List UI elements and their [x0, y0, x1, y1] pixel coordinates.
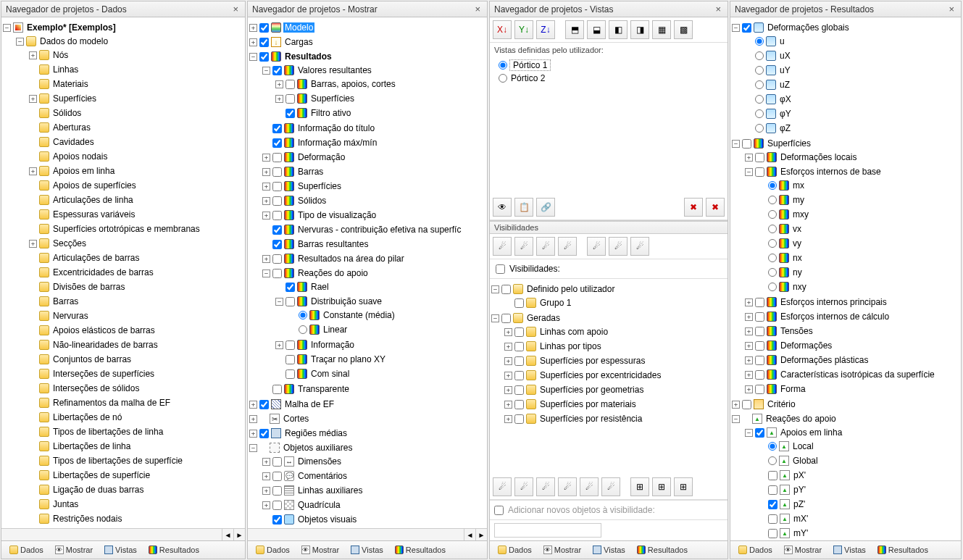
resultados-item[interactable]: −Resultados — [249, 50, 485, 63]
vis-btn-3[interactable]: ☄ — [536, 237, 555, 256]
tab-vistas[interactable]: Vistas — [99, 543, 142, 556]
tab-mostrar[interactable]: Mostrar — [296, 543, 344, 556]
dados-item[interactable]: Barras — [29, 295, 243, 308]
dados-item[interactable]: Materiais — [29, 78, 243, 91]
vis-bottom-9[interactable]: ⊞ — [674, 477, 693, 496]
dados-item[interactable]: Não-linearidades de barras — [29, 338, 243, 351]
dados-modelo-item[interactable]: −Dados do modelo — [16, 35, 243, 48]
add-visibility-input[interactable] — [494, 523, 601, 538]
close-icon[interactable]: × — [230, 4, 241, 14]
vis-btn-4[interactable]: ☄ — [558, 237, 577, 256]
geradas-subitem[interactable]: +Superfícies por excentricidades — [504, 369, 726, 382]
geradas-subitem[interactable]: +Linhas por tipos — [504, 340, 726, 353]
dados-item[interactable]: Libertações de superfície — [29, 469, 243, 482]
tab-dados[interactable]: Dados — [733, 543, 778, 556]
dados-item[interactable]: Libertações de nó — [29, 411, 243, 424]
tab-vistas[interactable]: Vistas — [588, 543, 630, 556]
vis-bottom-5[interactable]: ☄ — [580, 477, 599, 496]
close-icon[interactable]: × — [472, 4, 483, 14]
vis-btn-5[interactable]: ☄ — [587, 237, 606, 256]
vis-bottom-6[interactable]: ☄ — [601, 477, 620, 496]
tab-resultados[interactable]: Resultados — [143, 543, 204, 556]
geradas-subitem[interactable]: +Superfícies por materiais — [504, 398, 726, 411]
def-user-item[interactable]: −Definido pelo utilizador — [491, 283, 726, 296]
vis-bottom-4[interactable]: ☄ — [558, 477, 577, 496]
dados-item[interactable]: Ligação de duas barras — [29, 483, 243, 496]
view-btn-1[interactable]: ⬒ — [565, 20, 584, 39]
delete-all-button[interactable]: ✖ — [706, 198, 725, 217]
grupo1-item[interactable]: Grupo 1 — [504, 296, 726, 309]
dados-item[interactable]: Linhas — [29, 63, 243, 76]
dados-item[interactable]: Refinamentos da malha de EF — [29, 396, 243, 409]
vis-bottom-3[interactable]: ☄ — [536, 477, 555, 496]
dados-item[interactable]: +Superfícies — [29, 92, 243, 105]
close-icon[interactable]: × — [946, 4, 956, 14]
geradas-subitem[interactable]: +Superfícies por geometrias — [504, 383, 726, 396]
tab-resultados[interactable]: Resultados — [872, 543, 933, 556]
dados-item[interactable]: Roldanas — [29, 527, 243, 528]
vis-bottom-8[interactable]: ⊞ — [652, 477, 671, 496]
modelo-item[interactable]: +Modelo — [249, 21, 485, 34]
vis-btn-2[interactable]: ☄ — [514, 237, 533, 256]
tab-resultados[interactable]: Resultados — [390, 543, 451, 556]
valores-item[interactable]: −Valores resultantes — [262, 64, 485, 77]
vis-tool-2[interactable]: 📋 — [514, 198, 533, 217]
dados-item[interactable]: Nervuras — [29, 309, 243, 322]
vis-btn-6[interactable]: ☄ — [609, 237, 628, 256]
tab-mostrar[interactable]: Mostrar — [538, 543, 586, 556]
dados-item[interactable]: Articulações de linha — [29, 193, 243, 206]
view-btn-6[interactable]: ▩ — [674, 20, 693, 39]
add-visibility-checkbox[interactable] — [494, 506, 504, 515]
vis-bottom-1[interactable]: ☄ — [493, 477, 512, 496]
portico2-item[interactable]: Pórtico 2 — [499, 72, 719, 85]
axis-z-button[interactable]: Z↓ — [536, 20, 555, 39]
dados-item[interactable]: Apoios nodais — [29, 150, 243, 163]
view-btn-4[interactable]: ◨ — [630, 20, 649, 39]
delete-button[interactable]: ✖ — [684, 198, 703, 217]
tab-vistas[interactable]: Vistas — [346, 543, 388, 556]
geradas-subitem[interactable]: +Superfícies por espessuras — [504, 354, 726, 367]
geradas-subitem[interactable]: +Superfícies por resistência — [504, 412, 726, 425]
dados-item[interactable]: Articulações de barras — [29, 251, 243, 264]
visibilidades-checkbox[interactable] — [496, 264, 505, 274]
dados-item[interactable]: Aberturas — [29, 121, 243, 134]
dados-item[interactable]: Restrições nodais — [29, 512, 243, 525]
dados-item[interactable]: Apoios de superfícies — [29, 179, 243, 192]
vis-btn-1[interactable]: ☄ — [493, 237, 512, 256]
dados-item[interactable]: Juntas — [29, 498, 243, 511]
axis-x-button[interactable]: X↓ — [493, 20, 512, 39]
vis-btn-7[interactable]: ☄ — [630, 237, 649, 256]
root-item[interactable]: −Exemplo* [Exemplos] — [3, 21, 243, 34]
dados-item[interactable]: Conjuntos de barras — [29, 353, 243, 366]
vis-bottom-2[interactable]: ☄ — [514, 477, 533, 496]
tab-resultados[interactable]: Resultados — [632, 543, 693, 556]
geradas-item[interactable]: −Geradas — [491, 312, 726, 325]
dados-item[interactable]: +Secções — [29, 237, 243, 250]
tab-mostrar[interactable]: Mostrar — [50, 543, 98, 556]
dados-item[interactable]: Interseções de sólidos — [29, 382, 243, 395]
geradas-subitem[interactable]: +Linhas com apoio — [504, 325, 726, 338]
dados-item[interactable]: Excentricidades de barras — [29, 266, 243, 279]
dados-item[interactable]: +Apoios em linha — [29, 164, 243, 177]
dados-item[interactable]: Sólidos — [29, 106, 243, 120]
dados-item[interactable]: Tipos de libertações de superfície — [29, 454, 243, 467]
cargas-item[interactable]: +Cargas — [249, 35, 485, 49]
axis-y-button[interactable]: Y↓ — [514, 20, 533, 39]
dados-item[interactable]: +Nós — [29, 49, 243, 62]
vis-tool-3[interactable]: 🔗 — [536, 198, 555, 217]
view-btn-2[interactable]: ⬓ — [587, 20, 606, 39]
portico1-item[interactable]: Pórtico 1 — [499, 59, 719, 72]
dados-item[interactable]: Cavidades — [29, 135, 243, 149]
dados-item[interactable]: Divisões de barras — [29, 280, 243, 293]
dados-item[interactable]: Libertações de linha — [29, 440, 243, 453]
view-btn-3[interactable]: ◧ — [609, 20, 628, 39]
dados-item[interactable]: Espessuras variáveis — [29, 208, 243, 221]
dados-item[interactable]: Tipos de libertações de linha — [29, 425, 243, 438]
vis-tool-1[interactable]: 👁 — [493, 198, 512, 217]
tab-dados[interactable]: Dados — [493, 543, 537, 556]
tab-vistas[interactable]: Vistas — [828, 543, 871, 556]
tab-dados[interactable]: Dados — [251, 543, 295, 556]
close-icon[interactable]: × — [713, 4, 723, 14]
vis-bottom-7[interactable]: ⊞ — [630, 477, 649, 496]
view-btn-5[interactable]: ▦ — [652, 20, 671, 39]
